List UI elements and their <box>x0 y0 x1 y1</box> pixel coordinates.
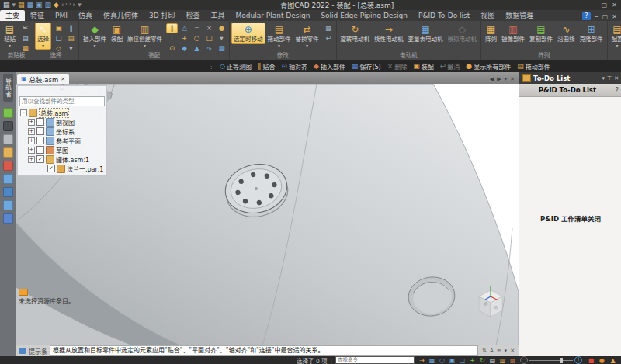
ribbon-small-button[interactable]: □ <box>53 33 64 43</box>
expand-icon[interactable] <box>39 165 46 172</box>
quick-access-icon[interactable]: ▤ <box>18 1 25 9</box>
ribbon-small-button[interactable]: ∥ <box>166 23 178 33</box>
ribbon-button[interactable]: ▤ 粘贴 ▾ <box>2 23 18 50</box>
ribbon-tab[interactable]: 3D 打印 <box>144 10 181 21</box>
ribbon-tab[interactable]: 特征 <box>25 10 50 21</box>
panel-control-icon[interactable]: ▾ <box>602 75 605 81</box>
zoom-control[interactable]: − + <box>520 356 582 364</box>
ribbon-small-button[interactable]: ▦ <box>323 23 335 33</box>
prompt-bar-icon[interactable]: ✕ <box>510 348 515 354</box>
ribbon-tab[interactable]: 视图 <box>475 10 500 21</box>
command-search-input[interactable] <box>335 356 415 364</box>
side-tool-icon[interactable] <box>3 108 13 118</box>
doc-nav-icon[interactable]: ▶ <box>497 76 501 82</box>
ribbon-button[interactable]: ▤ 拖动部件 ▾ <box>265 23 293 50</box>
side-tool-icon[interactable] <box>3 200 13 210</box>
side-tool-icon[interactable] <box>3 174 13 184</box>
expand-icon[interactable]: + <box>28 128 35 135</box>
panel-control-icon[interactable]: ⊤ <box>607 75 612 81</box>
ribbon-button[interactable]: ▦ 阵列 <box>483 23 499 44</box>
ribbon-button[interactable]: → 线性电动机 <box>372 23 406 44</box>
ribbon-small-button[interactable]: × <box>203 23 215 33</box>
status-tool-icon[interactable]: ▣ <box>448 357 456 364</box>
panel-control-icon[interactable]: ✕ <box>614 75 619 81</box>
ribbon-button[interactable]: ▤ 复制部件 <box>527 23 555 44</box>
status-right-icon[interactable]: ● <box>598 357 606 364</box>
ribbon-tab[interactable]: 仿真几何体 <box>98 10 144 21</box>
zoom-slider-thumb[interactable] <box>560 358 563 363</box>
side-tool-icon[interactable] <box>3 134 13 144</box>
tree-row[interactable]: + 剖视图 <box>19 117 105 127</box>
tree-row[interactable]: + 坐标系 <box>19 127 105 136</box>
quick-access-icon[interactable]: ▾ <box>12 1 16 9</box>
doc-nav-icon[interactable]: ◀ <box>490 76 494 82</box>
doc-nav-icon[interactable]: ✕ <box>510 76 515 82</box>
prompt-bar-icon[interactable]: ▾ <box>505 348 508 354</box>
ribbon-button[interactable]: ▦ 变量表电动机 <box>406 23 446 44</box>
side-tool-icon[interactable] <box>3 213 13 224</box>
ribbon-button[interactable]: ⊕ 选定时移动 <box>231 23 265 44</box>
quick-access-icon[interactable]: ↩ <box>61 1 68 9</box>
window-control-button[interactable]: ▢ <box>602 2 608 9</box>
quick-access-icon[interactable]: ▣ <box>36 1 43 9</box>
ribbon-small-button[interactable]: + <box>179 33 190 43</box>
ribbon-small-button[interactable]: △ <box>179 23 190 33</box>
panel-grip[interactable]: ⋯ <box>19 87 105 92</box>
ribbon-small-button[interactable]: ▣ <box>53 23 64 33</box>
ribbon-small-button[interactable]: ● <box>216 23 227 33</box>
ribbon-restore-icon[interactable]: ▢ <box>602 13 609 20</box>
status-tool-icon[interactable]: + <box>468 357 477 364</box>
ribbon-tab[interactable]: PMI <box>50 10 73 21</box>
ribbon-tab[interactable]: 工具 <box>205 10 230 21</box>
tree-row[interactable]: ✓ 法兰一.par:1 <box>19 164 105 173</box>
ribbon-button[interactable]: ◇ 模拟电动机 <box>446 23 480 44</box>
side-tool-icon[interactable] <box>3 121 13 131</box>
prompt-bar-icon[interactable]: ⇅ <box>482 348 487 354</box>
status-tool-icon[interactable]: □ <box>458 357 467 364</box>
pathfinder-search-input[interactable] <box>19 96 105 106</box>
ribbon-tab[interactable]: 检查 <box>180 10 205 21</box>
doc-nav-icon[interactable]: ▾ <box>505 76 508 82</box>
toolbar-button[interactable]: ◆ 插入部件 <box>310 61 349 71</box>
ribbon-small-button[interactable]: □ <box>203 33 215 43</box>
ribbon-button[interactable]: ◆ 插入部件 ▾ <box>81 23 109 50</box>
help-icon[interactable]: ? <box>582 12 591 20</box>
document-tab[interactable]: ▣ 总装.asm ✕ <box>17 74 69 84</box>
ribbon-button[interactable]: ∿ 沿曲线 <box>555 23 578 44</box>
visibility-checkbox[interactable] <box>36 137 44 144</box>
toolbar-grip[interactable]: ⋮ <box>208 63 214 70</box>
tree-row[interactable]: - 总装.asm <box>19 108 105 117</box>
quick-access-icon[interactable]: ◆ <box>54 1 59 9</box>
visibility-checkbox[interactable] <box>36 127 44 135</box>
visibility-checkbox[interactable] <box>36 118 44 126</box>
ribbon-tab[interactable]: 数据管理 <box>500 10 539 21</box>
prompt-bar-icon[interactable]: A <box>490 348 494 354</box>
todo-help-icon[interactable]: ? <box>616 87 621 94</box>
visibility-checkbox[interactable] <box>36 146 44 154</box>
tab-close-icon[interactable]: ✕ <box>61 76 65 82</box>
status-tool-icon[interactable]: ↻ <box>478 357 487 364</box>
visibility-checkbox[interactable]: ✓ <box>47 165 55 172</box>
quick-access-icon[interactable]: ▥ <box>45 1 52 9</box>
expand-icon[interactable]: + <box>28 156 35 163</box>
status-tool-icon[interactable]: → <box>418 357 426 364</box>
ribbon-button[interactable]: ▥ 原位创建零件 ▾ <box>125 23 165 50</box>
window-control-button[interactable]: ─ <box>593 2 597 9</box>
tree-row[interactable]: + 参考平面 <box>19 136 105 145</box>
toolbar-button[interactable]: ◇ 正等测图 <box>217 61 255 71</box>
pathfinder-vertical-tab[interactable]: 导航者 <box>3 74 13 102</box>
expand-icon[interactable]: + <box>28 137 35 144</box>
ribbon-button[interactable]: ↖ 选择 ▾ <box>35 23 51 50</box>
side-tool-icon[interactable] <box>3 161 13 171</box>
expand-icon[interactable]: + <box>28 147 35 154</box>
toolbar-button[interactable]: × 删除 <box>384 61 411 71</box>
visibility-checkbox[interactable]: ✓ <box>36 155 44 163</box>
quick-access-icon[interactable]: ▦ <box>27 1 34 9</box>
ribbon-tab[interactable]: P&ID To-Do list <box>413 10 475 21</box>
toolbar-button[interactable]: ● 显示所有部件 <box>463 61 514 71</box>
ribbon-button[interactable]: ⇄ 替换零件 ▾ <box>293 23 321 50</box>
zoom-slider[interactable] <box>529 360 573 361</box>
ribbon-button[interactable]: ⊞ 克隆部件 <box>578 23 605 44</box>
ribbon-small-button[interactable]: ○ <box>191 33 203 43</box>
side-tool-icon[interactable] <box>3 187 13 197</box>
